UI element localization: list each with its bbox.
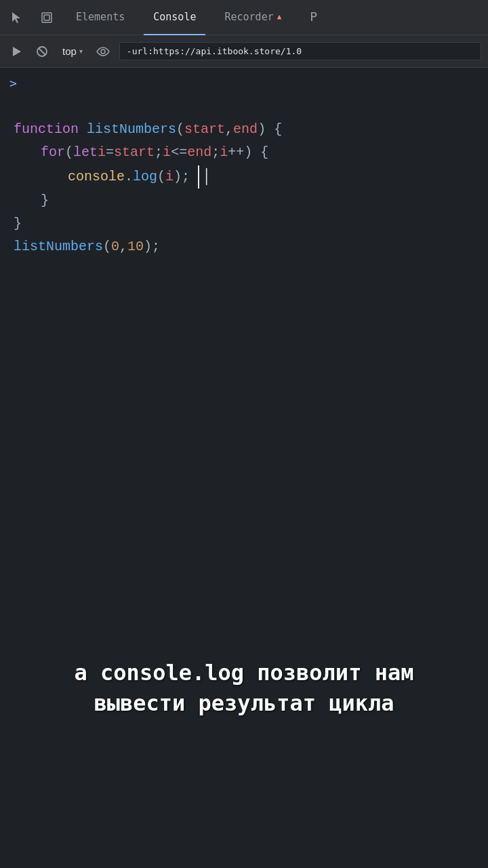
subtitle-text: а console.log позволит намвывести резуль… xyxy=(41,658,447,719)
log-method: log xyxy=(133,165,157,189)
svg-line-4 xyxy=(39,47,46,55)
tab-console[interactable]: Console xyxy=(144,0,205,35)
top-toolbar: Elements Console Recorder P xyxy=(0,0,488,35)
code-line-6: listNumbers ( 0 , 10 ); xyxy=(14,235,474,258)
element-picker-icon[interactable] xyxy=(37,7,57,28)
play-icon[interactable] xyxy=(7,42,26,61)
param-end: end xyxy=(233,118,258,141)
subtitle-overlay: а console.log позволит намвывести резуль… xyxy=(0,658,488,719)
keyword-function: function xyxy=(14,118,79,141)
arg-10: 10 xyxy=(127,235,144,258)
cursor-icon[interactable] xyxy=(7,7,27,28)
punct-paren: ( xyxy=(176,118,184,141)
console-obj: console xyxy=(68,165,125,189)
context-dropdown[interactable]: top ▾ xyxy=(58,43,87,60)
arg-0: 0 xyxy=(111,235,119,258)
i-beam-cursor: │ xyxy=(202,164,211,189)
svg-marker-2 xyxy=(13,47,21,56)
var-start-ref: start xyxy=(114,141,155,164)
secondary-toolbar: top ▾ -url:https://api.itbook.store/1.0 xyxy=(0,35,488,68)
param-start: start xyxy=(184,118,225,141)
var-i-3: i xyxy=(220,141,228,164)
svg-point-5 xyxy=(101,50,105,54)
context-label: top xyxy=(62,45,77,57)
prompt-chevron: > xyxy=(9,76,17,90)
call-fn-name: listNumbers xyxy=(14,235,103,258)
var-i: i xyxy=(98,141,106,164)
keyword-let: let xyxy=(73,141,98,164)
code-line-2: for ( let i = start ; i <= end ; i ++) { xyxy=(14,141,474,164)
svg-rect-0 xyxy=(42,13,52,22)
console-input[interactable] xyxy=(22,77,479,89)
var-end-ref: end xyxy=(187,141,211,164)
url-input[interactable]: -url:https://api.itbook.store/1.0 xyxy=(119,42,481,60)
keyword-for: for xyxy=(41,141,65,164)
tab-recorder[interactable]: Recorder xyxy=(215,0,291,35)
code-line-5: } xyxy=(14,212,474,235)
code-line-1: function listNumbers ( start , end ) { xyxy=(14,118,474,141)
tab-more[interactable]: P xyxy=(300,0,327,35)
text-cursor xyxy=(190,165,199,189)
var-i-2: i xyxy=(163,141,171,164)
code-block: function listNumbers ( start , end ) { f… xyxy=(0,98,488,272)
log-arg-i: i xyxy=(165,165,174,189)
chevron-down-icon: ▾ xyxy=(79,47,83,55)
console-prompt[interactable]: > xyxy=(0,68,488,98)
block-icon[interactable] xyxy=(33,42,52,61)
fn-name-listNumbers: listNumbers xyxy=(87,118,176,141)
eye-icon[interactable] xyxy=(94,42,113,61)
code-line-3: console . log ( i ); │ xyxy=(14,164,474,189)
tab-elements[interactable]: Elements xyxy=(66,0,134,35)
code-line-4: } xyxy=(14,189,474,212)
svg-rect-1 xyxy=(44,15,49,20)
